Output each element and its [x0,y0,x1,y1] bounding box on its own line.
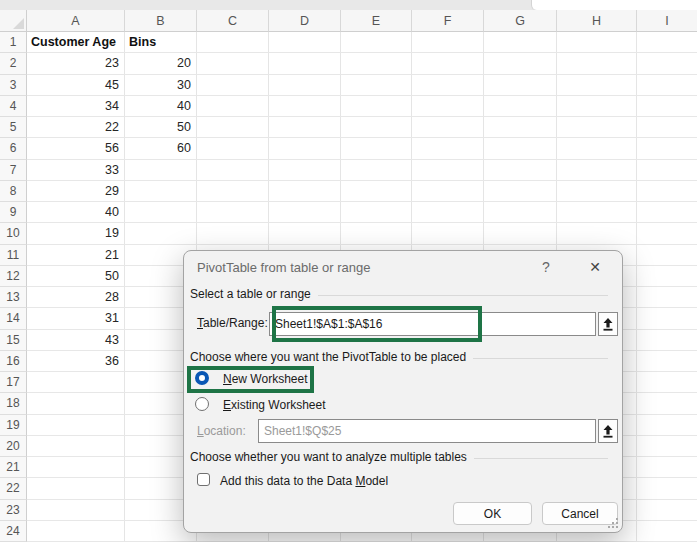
cell-B4[interactable]: 40 [125,96,196,116]
column-header-A[interactable]: A [27,10,125,32]
section-select-range-label: Select a table or range [190,287,311,301]
cell-A15[interactable]: 43 [27,330,124,350]
column-header-D[interactable]: D [269,10,341,32]
column-header-C[interactable]: C [197,10,269,32]
row-header-24[interactable]: 24 [0,521,27,542]
row-header-8[interactable]: 8 [0,181,27,202]
select-all-corner[interactable] [0,10,27,32]
row-header-13[interactable]: 13 [0,287,27,308]
collapse-dialog-icon [602,425,614,438]
row-header-4[interactable]: 4 [0,96,27,117]
row-header-11[interactable]: 11 [0,245,27,266]
row-header-16[interactable]: 16 [0,351,27,372]
section-analyze-label: Choose whether you want to analyze multi… [190,450,467,464]
column-header-F[interactable]: F [412,10,484,32]
cell-A16[interactable]: 36 [27,351,124,371]
new-worksheet-radio[interactable] [195,371,209,385]
cell-A10[interactable]: 19 [27,223,124,243]
cell-A9[interactable]: 40 [27,202,124,222]
column-header-B[interactable]: B [125,10,197,32]
row-header-3[interactable]: 3 [0,75,27,96]
gridline-horizontal [27,201,697,202]
cell-A6[interactable]: 56 [27,138,124,158]
location-input [258,419,596,443]
row-header-17[interactable]: 17 [0,372,27,393]
cell-A7[interactable]: 33 [27,160,124,180]
cell-B3[interactable]: 30 [125,75,196,95]
cell-A3[interactable]: 45 [27,75,124,95]
cell-B2[interactable]: 20 [125,53,196,73]
table-range-input[interactable] [269,312,596,336]
row-header-9[interactable]: 9 [0,202,27,223]
column-header-E[interactable]: E [341,10,412,32]
section-placement: Choose where you want the PivotTable to … [190,350,608,364]
row-header-2[interactable]: 2 [0,53,27,74]
cell-A2[interactable]: 23 [27,53,124,73]
gridline-vertical [636,32,637,542]
row-header-7[interactable]: 7 [0,160,27,181]
new-worksheet-label: New Worksheet [223,372,307,386]
cell-A11[interactable]: 21 [27,245,124,265]
column-header-I[interactable]: I [637,10,697,32]
dialog-title: PivotTable from table or range [197,260,370,275]
row-header-15[interactable]: 15 [0,330,27,351]
cell-A14[interactable]: 31 [27,308,124,328]
close-icon[interactable]: ✕ [582,256,608,278]
section-placement-label: Choose where you want the PivotTable to … [190,350,466,364]
row-header-10[interactable]: 10 [0,223,27,244]
cell-B6[interactable]: 60 [125,138,196,158]
section-analyze: Choose whether you want to analyze multi… [190,450,608,464]
cell-A12[interactable]: 50 [27,266,124,286]
table-range-label: Table/Range: [197,316,268,330]
cell-A5[interactable]: 22 [27,117,124,137]
cell-A8[interactable]: 29 [27,181,124,201]
cell-A4[interactable]: 34 [27,96,124,116]
section-divider [474,458,608,459]
ok-button[interactable]: OK [453,502,532,525]
column-header-H[interactable]: H [557,10,637,32]
cell-B5[interactable]: 50 [125,117,196,137]
cell-B1[interactable]: Bins [125,32,196,52]
data-model-label: Add this data to the Data Model [220,474,388,488]
section-divider [318,295,608,296]
resize-grip-icon[interactable] [606,516,618,528]
row-header-21[interactable]: 21 [0,457,27,478]
row-header-6[interactable]: 6 [0,138,27,159]
section-select-range: Select a table or range [190,287,608,301]
gridline-horizontal [27,159,697,160]
row-header-22[interactable]: 22 [0,478,27,499]
table-range-collapse-button[interactable] [598,312,618,336]
pivottable-dialog: PivotTable from table or range ? ✕ Selec… [183,250,623,533]
row-header-23[interactable]: 23 [0,500,27,521]
row-header-5[interactable]: 5 [0,117,27,138]
cell-A13[interactable]: 28 [27,287,124,307]
gridline-horizontal [27,244,697,245]
row-header-18[interactable]: 18 [0,393,27,414]
cell-A1[interactable]: Customer Age [27,32,124,52]
row-header-20[interactable]: 20 [0,436,27,457]
section-divider [473,358,608,359]
gridline-horizontal [27,180,697,181]
row-header-19[interactable]: 19 [0,415,27,436]
row-header-14[interactable]: 14 [0,308,27,329]
gridline-horizontal [27,222,697,223]
row-header-12[interactable]: 12 [0,266,27,287]
column-header-G[interactable]: G [484,10,557,32]
existing-worksheet-radio[interactable] [195,397,209,411]
location-collapse-button[interactable] [598,419,618,443]
help-icon[interactable]: ? [536,257,556,277]
location-label: Location: [197,424,246,438]
collapse-dialog-icon [602,318,614,331]
data-model-checkbox[interactable] [197,473,210,486]
row-header-1[interactable]: 1 [0,32,27,53]
existing-worksheet-label: Existing Worksheet [223,398,326,412]
